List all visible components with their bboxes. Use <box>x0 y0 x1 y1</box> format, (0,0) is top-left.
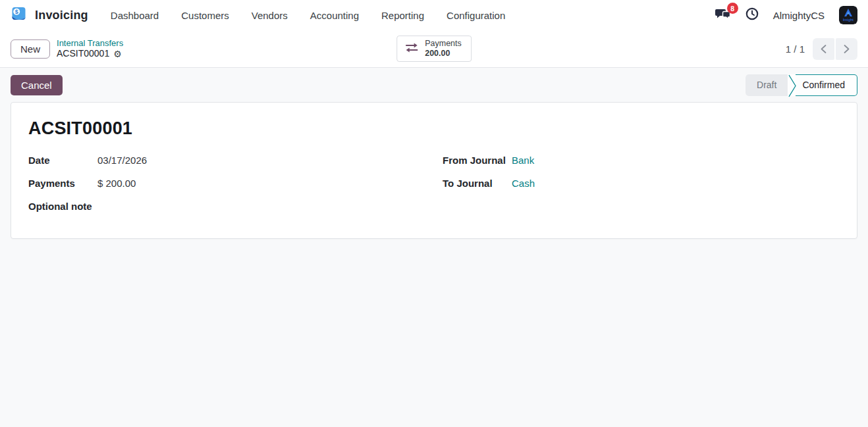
activities-button[interactable] <box>746 7 759 23</box>
stage-draft[interactable]: Draft <box>746 74 788 96</box>
form-sheet: ACSIT00001 Date 03/17/2026 Payments $ 20… <box>11 102 857 239</box>
date-label: Date <box>28 155 97 166</box>
field-group-right: From Journal Bank To Journal Cash <box>443 155 840 224</box>
control-panel: New Internal Transfers ACSIT00001 ⚙ Paym… <box>0 30 868 67</box>
pager-next-button[interactable] <box>836 38 857 60</box>
user-avatar[interactable]: lmight <box>839 6 857 24</box>
date-value[interactable]: 03/17/2026 <box>97 155 147 166</box>
to-journal-label: To Journal <box>443 178 512 189</box>
new-button[interactable]: New <box>11 39 50 59</box>
messages-count-badge: 8 <box>727 3 738 14</box>
field-groups: Date 03/17/2026 Payments $ 200.00 Option… <box>28 155 840 224</box>
messages-button[interactable]: 8 <box>715 7 731 23</box>
main-menu: Dashboard Customers Vendors Accounting R… <box>107 7 509 24</box>
pager: 1 / 1 <box>786 38 857 60</box>
chevron-right-icon <box>843 44 850 54</box>
record-title[interactable]: ACSIT00001 <box>28 118 840 139</box>
app-switcher[interactable]: $ Invoicing <box>11 6 88 25</box>
field-group-left: Date 03/17/2026 Payments $ 200.00 Option… <box>28 155 425 224</box>
to-journal-value[interactable]: Cash <box>512 178 535 189</box>
stat-button-value: 200.00 <box>425 49 450 59</box>
menu-configuration[interactable]: Configuration <box>443 7 509 24</box>
payments-label: Payments <box>28 178 97 189</box>
field-row-from-journal: From Journal Bank <box>443 155 840 166</box>
menu-customers[interactable]: Customers <box>177 7 233 24</box>
user-menu[interactable]: AlmightyCS <box>773 10 825 21</box>
stat-button-label: Payments <box>425 39 462 49</box>
optional-note-label: Optional note <box>28 201 97 212</box>
from-journal-label: From Journal <box>443 155 512 166</box>
breadcrumb-current-record: ACSIT00001 <box>57 48 109 59</box>
clock-icon <box>746 7 759 23</box>
payments-stat-button[interactable]: Payments 200.00 <box>396 36 472 62</box>
app-name[interactable]: Invoicing <box>35 9 88 22</box>
top-header-region: $ Invoicing Dashboard Customers Vendors … <box>0 0 868 68</box>
field-row-payments: Payments $ 200.00 <box>28 178 425 189</box>
menu-reporting[interactable]: Reporting <box>377 7 428 24</box>
stage-confirmed-label: Confirmed <box>802 80 845 90</box>
chevron-left-icon <box>820 44 827 54</box>
systray: 8 AlmightyCS lmight <box>715 6 857 24</box>
field-row-optional-note: Optional note <box>28 201 425 212</box>
menu-dashboard[interactable]: Dashboard <box>107 7 163 24</box>
menu-accounting[interactable]: Accounting <box>306 7 363 24</box>
cancel-button[interactable]: Cancel <box>11 75 63 95</box>
menu-vendors[interactable]: Vendors <box>248 7 292 24</box>
stage-confirmed[interactable]: Confirmed <box>796 74 857 96</box>
breadcrumb-internal-transfers[interactable]: Internal Transfers <box>57 38 123 49</box>
pager-counter: 1 / 1 <box>786 43 805 55</box>
from-journal-value[interactable]: Bank <box>512 155 534 166</box>
gear-icon[interactable]: ⚙ <box>113 49 122 59</box>
stage-arrow-icon <box>788 74 796 97</box>
svg-text:$: $ <box>15 9 18 15</box>
pager-previous-button[interactable] <box>813 38 834 60</box>
invoicing-app-icon: $ <box>11 6 27 25</box>
field-row-date: Date 03/17/2026 <box>28 155 425 166</box>
statusbar: Draft Confirmed <box>746 74 857 96</box>
payments-value[interactable]: $ 200.00 <box>97 178 136 189</box>
transfer-arrows-icon <box>404 42 419 55</box>
breadcrumb: Internal Transfers ACSIT00001 ⚙ <box>57 38 123 59</box>
form-status-row: Cancel Draft Confirmed <box>0 68 868 102</box>
field-row-to-journal: To Journal Cash <box>443 178 840 189</box>
main-navbar: $ Invoicing Dashboard Customers Vendors … <box>0 0 868 30</box>
svg-text:lmight: lmight <box>843 18 854 22</box>
